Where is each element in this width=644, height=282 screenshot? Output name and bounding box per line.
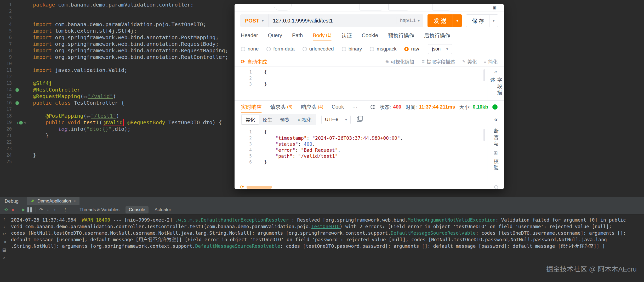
- soft-wrap-icon[interactable]: ↩: [3, 232, 6, 236]
- tab-request-headers[interactable]: 请求头(8): [270, 101, 293, 113]
- tab-response-headers[interactable]: 响应头(4): [301, 101, 323, 113]
- window-layout-icon[interactable]: [493, 5, 497, 10]
- text-segment: org.springframework.web.bind.annotation.…: [55, 47, 228, 54]
- editor-line: 6}: [235, 159, 504, 165]
- debug-tab-actuator[interactable]: Actuator: [151, 206, 174, 213]
- clipped-control[interactable]: [360, 4, 382, 10]
- body-type-binary[interactable]: binary: [342, 46, 362, 52]
- visual-edit-button[interactable]: ◉可视化编辑: [385, 58, 414, 65]
- text-segment: [264, 135, 275, 141]
- save-options-chevron[interactable]: [489, 15, 498, 27]
- http-version-select[interactable]: http/1.1: [396, 17, 423, 25]
- tab-pre-ops[interactable]: 预执行操作: [388, 30, 414, 41]
- tab-body[interactable]: Body(1): [313, 30, 331, 41]
- clipped-control[interactable]: [388, 4, 408, 10]
- tab-cookie[interactable]: Cookie: [362, 30, 378, 41]
- resume-icon[interactable]: ▶: [20, 206, 27, 213]
- simplify-button[interactable]: ≡简化: [484, 58, 498, 65]
- edit-icon[interactable]: ✎: [24, 119, 26, 126]
- spring-bean-icon[interactable]: [19, 121, 23, 125]
- execution-arrow-icon[interactable]: →: [15, 119, 18, 126]
- body-type-msgpack[interactable]: msgpack: [370, 46, 396, 52]
- response-body-editor[interactable]: 1{2 "timestamp": "2024-07-26T03:37:44.98…: [235, 126, 504, 184]
- text-segment: }: [33, 132, 49, 139]
- pause-icon[interactable]: ▌▌: [27, 206, 34, 213]
- save-response-icon[interactable]: [492, 104, 498, 110]
- tab-auth[interactable]: 认证: [341, 30, 352, 41]
- body-type-none[interactable]: none: [241, 46, 259, 52]
- debug-tab-console[interactable]: Console: [126, 206, 149, 213]
- console-output[interactable]: 2024-07-26 11:37:44.964 WARN 18400 --- […: [11, 217, 642, 249]
- collapse-panel-icon[interactable]: [494, 69, 497, 75]
- spring-bean-icon[interactable]: [15, 88, 19, 92]
- gutter-icons: [14, 126, 33, 132]
- tab-realtime-response[interactable]: 实时响应: [241, 101, 262, 113]
- next-frame-icon[interactable]: ↓: [3, 224, 5, 229]
- tab-path[interactable]: Path: [292, 30, 303, 41]
- beautify-button[interactable]: ✎美化: [462, 58, 477, 65]
- rerun-icon[interactable]: ⟲: [3, 206, 9, 213]
- print-icon[interactable]: ▤: [2, 247, 6, 252]
- tab-label: Query: [268, 32, 282, 38]
- field-description-panel[interactable]: 字段描述: [487, 67, 504, 100]
- assertion-panel[interactable]: 断言与 校验: [487, 126, 504, 184]
- raw-type-select[interactable]: json: [428, 44, 452, 54]
- tab-query[interactable]: Query: [268, 30, 282, 41]
- spring-bean-icon[interactable]: [15, 101, 19, 105]
- line-number: 3: [235, 141, 258, 147]
- tab-post-ops[interactable]: 后执行操作: [424, 30, 450, 41]
- view-tab-beautify[interactable]: 美化: [242, 115, 259, 124]
- clipped-control[interactable]: [274, 4, 292, 10]
- run-tab-label: DemoApplication: [37, 199, 71, 204]
- view-tab-visualize[interactable]: 可视化: [293, 115, 315, 124]
- clipped-refresh-icon[interactable]: [240, 185, 244, 189]
- body-type-form-data[interactable]: form-data: [266, 46, 294, 52]
- more-options-icon[interactable]: ⋮: [62, 206, 69, 213]
- request-body-editor[interactable]: 1{23} 字段描述: [235, 66, 504, 100]
- clipped-icon[interactable]: [494, 185, 498, 189]
- text-segment: import: [33, 34, 55, 41]
- scrollbar[interactable]: [483, 69, 485, 81]
- view-tab-raw[interactable]: 原生: [259, 115, 276, 124]
- text-segment: ): [116, 113, 119, 119]
- method-select[interactable]: POST: [240, 14, 269, 27]
- url-input[interactable]: [269, 18, 396, 24]
- more-tabs-icon[interactable]: [352, 104, 357, 110]
- tab-header[interactable]: Header: [241, 30, 258, 41]
- scroll-to-end-icon[interactable]: ⇥: [3, 240, 6, 244]
- collapse-panel-icon[interactable]: [494, 116, 498, 123]
- text-segment: default message [username]; default mess…: [11, 237, 607, 242]
- close-icon[interactable]: [73, 199, 76, 204]
- step-into-icon[interactable]: ↓: [44, 206, 51, 213]
- copy-icon[interactable]: [357, 117, 362, 122]
- stop-icon[interactable]: ■: [9, 206, 16, 213]
- extract-field-desc-button[interactable]: ≣提取字段描述: [421, 58, 455, 65]
- body-type-urlencoded[interactable]: urlencoded: [303, 46, 334, 52]
- text-segment: [33, 126, 58, 132]
- tab-label: 预执行操作: [388, 32, 414, 39]
- gutter-icons: [14, 47, 33, 54]
- clipped-control[interactable]: [432, 4, 450, 10]
- clear-console-icon[interactable]: ×: [3, 255, 5, 260]
- view-tab-preview[interactable]: 预览: [276, 115, 293, 124]
- body-type-radios: noneform-dataurlencodedbinarymsgpackraw: [241, 46, 419, 52]
- tab-cookie[interactable]: Cook: [332, 101, 344, 113]
- text-segment: org.springframework.web.bind.annotation.…: [55, 41, 219, 47]
- action-label: 美化: [467, 58, 477, 65]
- send-button[interactable]: 发送: [428, 14, 462, 27]
- step-out-icon[interactable]: ↑: [51, 206, 58, 213]
- step-over-icon[interactable]: ↷: [38, 206, 44, 213]
- line-number: 22: [0, 139, 14, 145]
- run-tab-demoapplication[interactable]: DemoApplication: [27, 197, 79, 205]
- prev-frame-icon[interactable]: ↑: [3, 217, 5, 221]
- save-button[interactable]: 保存: [466, 14, 498, 27]
- assertion-label-top: 断言与: [492, 128, 499, 147]
- tab-label: Header: [241, 32, 258, 38]
- encoding-select[interactable]: UTF-8: [321, 115, 351, 124]
- auto-generate-button[interactable]: 自动生成: [241, 58, 267, 65]
- scrollbar[interactable]: [483, 129, 485, 141]
- debug-tab-threads-variables[interactable]: Threads & Variables: [76, 206, 123, 213]
- text-segment: void com.banana.demo.paramValidation.con…: [11, 224, 311, 229]
- body-type-raw[interactable]: raw: [404, 46, 419, 52]
- send-options-chevron[interactable]: [453, 14, 462, 27]
